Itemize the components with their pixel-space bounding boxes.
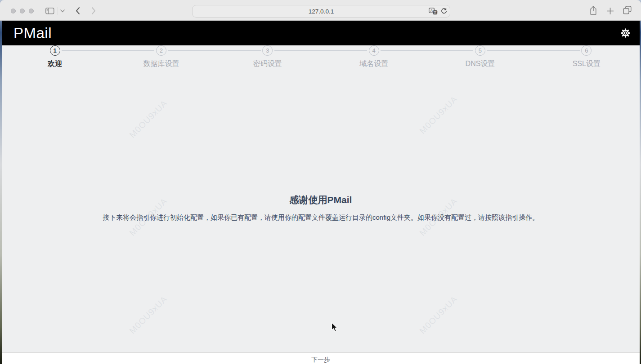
step-number: 2	[160, 47, 163, 54]
step-domain: 4 域名设置	[321, 45, 427, 69]
tab-overview-icon	[623, 6, 632, 14]
tab-overview-button[interactable]	[623, 6, 632, 14]
welcome-section: 感谢使用PMail 接下来将会指引你进行初始化配置，如果你已有配置，请使用你的配…	[2, 194, 640, 222]
wizard-footer: 下一步	[2, 352, 640, 364]
url-text: 127.0.0.1	[309, 8, 334, 15]
step-welcome: 1 欢迎	[2, 45, 108, 69]
watermark: M0OU9xUA	[418, 294, 460, 336]
chevron-left-icon	[76, 7, 80, 15]
sidebar-toggle-button[interactable]	[45, 8, 54, 14]
step-label: 数据库设置	[143, 59, 179, 69]
app-title: PMail	[2, 25, 52, 42]
minimize-button[interactable]	[20, 9, 25, 13]
tab-group-chevron-button[interactable]	[60, 9, 65, 13]
watermark: M0OU9xUA	[418, 94, 460, 136]
step-dns: 5 DNS设置	[427, 45, 533, 69]
plus-icon	[606, 7, 614, 15]
forward-button[interactable]	[91, 7, 96, 15]
translate-icon: A 文	[429, 8, 438, 15]
step-number: 5	[479, 47, 482, 54]
step-number: 4	[372, 47, 376, 54]
step-label: 密码设置	[253, 59, 282, 69]
share-button[interactable]	[589, 5, 597, 15]
toolbar-divider	[58, 7, 58, 15]
app-header: PMail	[2, 21, 640, 45]
chevron-right-icon	[91, 7, 96, 15]
step-circle: 5	[475, 45, 485, 56]
address-bar[interactable]: 127.0.0.1 A 文	[192, 5, 450, 18]
watermark: M0OU9xUA	[128, 98, 170, 140]
translate-button[interactable]: A 文	[429, 8, 438, 15]
reload-icon	[440, 8, 447, 15]
step-label: SSL设置	[573, 59, 601, 69]
step-circle: 2	[156, 45, 166, 56]
step-circle: 3	[262, 45, 273, 56]
close-button[interactable]	[11, 9, 16, 13]
step-ssl: 6 SSL设置	[533, 45, 640, 69]
step-number: 1	[54, 47, 57, 54]
step-password: 3 密码设置	[215, 45, 321, 69]
step-circle: 6	[581, 45, 592, 56]
browser-window: 127.0.0.1 A 文	[0, 0, 641, 364]
welcome-description: 接下来将会指引你进行初始化配置，如果你已有配置，请使用你的配置文件覆盖运行目录的…	[2, 213, 640, 222]
chevron-down-icon	[60, 9, 65, 13]
step-number: 6	[585, 47, 588, 54]
gear-icon	[620, 28, 631, 38]
zoom-button[interactable]	[29, 9, 34, 13]
step-circle: 1	[50, 45, 60, 56]
svg-text:A: A	[430, 9, 433, 13]
next-step-button[interactable]: 下一步	[311, 353, 330, 364]
share-icon	[589, 5, 597, 15]
setup-stepper: 1 欢迎 2 数据库设置 3 密码设置 4 域名设置 5 DNS设置	[2, 45, 640, 69]
watermark: M0OU9xUA	[128, 294, 170, 336]
step-label: 域名设置	[359, 59, 388, 69]
reload-button[interactable]	[440, 8, 447, 15]
main-content: M0OU9xUA M0OU9xUA M0OU9xUA M0OU9xUA M0OU…	[2, 45, 640, 364]
page-viewport: PMail	[2, 21, 640, 364]
step-database: 2 数据库设置	[108, 45, 214, 69]
step-label: DNS设置	[466, 59, 495, 69]
step-label: 欢迎	[48, 59, 62, 69]
sidebar-icon	[45, 8, 54, 14]
new-tab-button[interactable]	[606, 7, 614, 15]
browser-toolbar: 127.0.0.1 A 文	[0, 0, 641, 21]
svg-text:文: 文	[434, 10, 437, 14]
step-circle: 4	[369, 45, 379, 56]
welcome-title: 感谢使用PMail	[2, 194, 640, 206]
back-button[interactable]	[76, 7, 80, 15]
step-number: 3	[266, 47, 269, 54]
settings-button[interactable]	[620, 28, 631, 38]
